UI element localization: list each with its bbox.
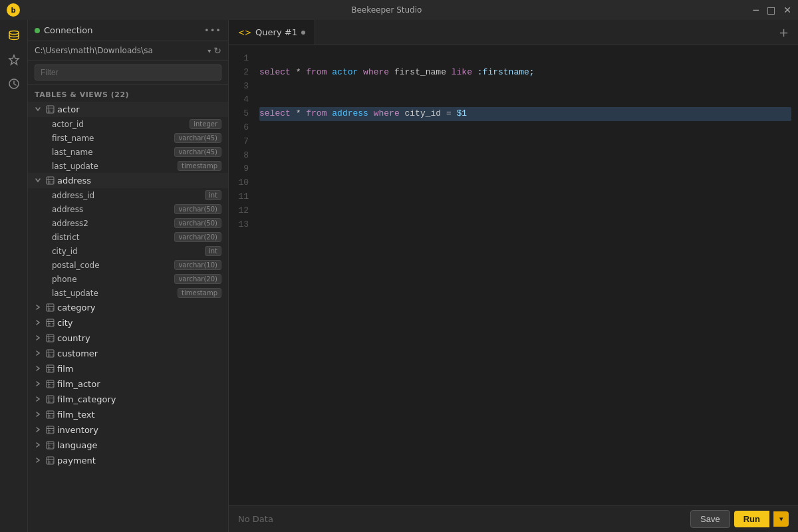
tab-prefix: <> (238, 28, 251, 37)
table-name-inventory: inventory (57, 425, 98, 435)
table-header-city[interactable]: city (28, 315, 228, 331)
column-type-last_update: timestamp (178, 161, 221, 171)
svg-rect-18 (47, 319, 54, 327)
right-panel: <> Query #1 + 12345678910111213 select *… (229, 20, 798, 532)
table-grid-icon (45, 380, 55, 389)
close-button[interactable]: ✕ (783, 5, 791, 15)
line-num-13: 13 (229, 218, 249, 232)
table-item-inventory[interactable]: inventory (28, 422, 228, 438)
table-item-country[interactable]: country (28, 331, 228, 346)
table-item-customer[interactable]: customer (28, 346, 228, 361)
table-header-film_actor[interactable]: film_actor (28, 376, 228, 392)
table-name-customer: customer (57, 348, 98, 358)
table-name-film_actor: film_actor (57, 379, 100, 389)
column-type-city_id: int (205, 246, 221, 256)
table-header-film_category[interactable]: film_category (28, 392, 228, 407)
table-item-address[interactable]: addressaddress_idintaddressvarchar(50)ad… (28, 173, 228, 300)
svg-rect-63 (47, 457, 54, 464)
run-dropdown-button[interactable]: ▾ (773, 511, 789, 527)
maximize-button[interactable]: □ (767, 5, 775, 15)
table-header-customer[interactable]: customer (28, 346, 228, 361)
database-nav-button[interactable] (3, 25, 25, 47)
table-item-film_category[interactable]: film_category (28, 392, 228, 407)
table-item-category[interactable]: category (28, 300, 228, 315)
db-path-bar: C:\Users\matth\Downloads\sa ▾ ↻ (28, 41, 228, 61)
save-button[interactable]: Save (690, 510, 730, 528)
table-header-film_text[interactable]: film_text (28, 407, 228, 422)
code-line (259, 176, 791, 190)
column-name-address2: address2 (52, 219, 170, 228)
bottom-bar: No Data Save Run ▾ (229, 505, 798, 532)
table-item-payment[interactable]: payment (28, 453, 228, 468)
table-grid-icon (45, 426, 55, 435)
column-name-phone: phone (52, 275, 170, 284)
table-grid-icon (45, 410, 55, 420)
query-tab-1[interactable]: <> Query #1 (229, 20, 315, 45)
table-header-actor[interactable]: actor (28, 102, 228, 117)
code-line (259, 135, 791, 149)
line-num-3: 3 (229, 80, 249, 94)
left-panel: Connection ••• C:\Users\matth\Downloads\… (28, 20, 229, 532)
table-name-language: language (57, 440, 98, 450)
column-row-district: districtvarchar(20) (37, 230, 228, 244)
app-logo: b (7, 3, 20, 17)
svg-rect-48 (47, 411, 54, 418)
table-grid-icon (45, 105, 55, 114)
add-tab-button[interactable]: + (769, 20, 798, 45)
svg-rect-28 (47, 350, 54, 357)
code-editor[interactable]: select * from actor where first_name lik… (255, 45, 798, 505)
table-item-city[interactable]: city (28, 315, 228, 331)
code-line (259, 190, 791, 204)
table-name-film: film (57, 364, 73, 374)
connection-status-dot (35, 28, 40, 33)
table-header-address[interactable]: address (28, 173, 228, 188)
column-name-first_name: first_name (52, 134, 170, 143)
table-grid-icon (45, 441, 55, 450)
no-data-label: No Data (238, 514, 273, 524)
minimize-button[interactable]: ─ (753, 5, 759, 15)
connection-more-button[interactable]: ••• (204, 25, 221, 35)
table-header-inventory[interactable]: inventory (28, 422, 228, 438)
table-item-film_actor[interactable]: film_actor (28, 376, 228, 392)
table-grid-icon (45, 334, 55, 343)
refresh-button[interactable]: ↻ (213, 45, 221, 56)
tab-label: Query #1 (255, 27, 297, 37)
chevron-inventory-icon (35, 426, 43, 434)
table-item-film_text[interactable]: film_text (28, 407, 228, 422)
run-button[interactable]: Run (734, 511, 769, 527)
table-header-language[interactable]: language (28, 438, 228, 453)
table-header-payment[interactable]: payment (28, 453, 228, 468)
table-header-country[interactable]: country (28, 331, 228, 346)
db-path-text: C:\Users\matth\Downloads\sa (35, 46, 205, 55)
table-header-film[interactable]: film (28, 361, 228, 376)
columns-list-actor: actor_idintegerfirst_namevarchar(45)last… (28, 117, 228, 173)
column-row-last_name: last_namevarchar(45) (37, 145, 228, 159)
line-num-9: 9 (229, 162, 249, 176)
code-line (259, 204, 791, 218)
table-name-country: country (57, 333, 90, 343)
svg-point-0 (9, 31, 19, 35)
svg-rect-38 (47, 380, 54, 388)
table-item-actor[interactable]: actoractor_idintegerfirst_namevarchar(45… (28, 102, 228, 173)
table-grid-icon (45, 349, 55, 358)
code-line: select * from address where city_id = $1 (259, 107, 791, 121)
chevron-country-icon (35, 334, 43, 342)
chevron-film_category-icon (35, 396, 43, 404)
column-name-address: address (52, 205, 170, 214)
line-num-8: 8 (229, 149, 249, 163)
filter-input[interactable] (35, 65, 221, 80)
columns-list-address: address_idintaddressvarchar(50)address2v… (28, 188, 228, 300)
history-nav-button[interactable] (3, 73, 25, 94)
table-header-category[interactable]: category (28, 300, 228, 315)
table-item-language[interactable]: language (28, 438, 228, 453)
table-item-film[interactable]: film (28, 361, 228, 376)
column-row-city_id: city_idint (37, 244, 228, 258)
favorites-nav-button[interactable] (3, 49, 25, 70)
code-line (259, 80, 791, 94)
tables-header: TABLES & VIEWS (22) (28, 85, 228, 102)
table-grid-icon (45, 303, 55, 313)
table-name-city: city (57, 318, 73, 328)
column-type-address_id: int (205, 190, 221, 200)
chevron-film-icon (35, 365, 43, 373)
column-name-last_update: last_update (52, 162, 174, 171)
